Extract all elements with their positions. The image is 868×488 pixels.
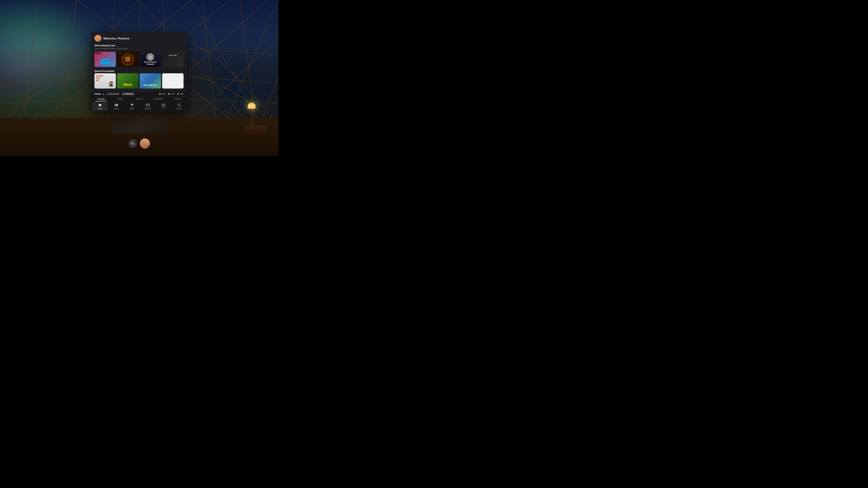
space-pirate-title: SPACE PIRATETRAINER <box>144 61 156 66</box>
battery-icon: 🔋 <box>177 93 179 95</box>
demo-badge-space-pirate: Demo <box>140 52 146 54</box>
rise-title: RISE THE <box>169 55 177 56</box>
game-card-superhot[interactable]: SUPERHOTVR 🥷 <box>94 73 116 89</box>
beat-saber-title: BEATSABER <box>100 59 111 65</box>
tab-navigate[interactable]: Navigate <box>91 97 111 101</box>
floor-rug <box>111 118 168 133</box>
battery-controller-value: 100% <box>180 93 184 95</box>
moss-title: Moss <box>123 83 132 87</box>
nav-icons: Home Library <box>91 101 187 112</box>
couch <box>244 125 267 135</box>
wifi-icon: ▲ <box>103 93 104 95</box>
roomscale-label: Roomscale <box>110 93 119 95</box>
svg-line-29 <box>180 105 181 106</box>
roomscale-icon: ⬡ <box>107 93 109 95</box>
home-icon <box>98 103 102 107</box>
controller-left-icon: 🖐 <box>159 93 161 95</box>
svg-rect-18 <box>115 104 116 106</box>
svg-point-28 <box>178 104 180 106</box>
header: Welcome, Florence <box>91 35 187 44</box>
nav-browser[interactable]: Browser <box>140 101 156 112</box>
battery-left-controller: 🖐 100% <box>159 93 166 95</box>
tab-sharing[interactable]: Sharing <box>130 97 149 101</box>
user-avatar-button[interactable] <box>140 139 150 148</box>
tab-people[interactable]: People <box>111 97 130 101</box>
library-label: Library <box>114 108 119 110</box>
floor <box>0 118 278 156</box>
main-panel: Welcome, Florence Start playing now Demo… <box>91 32 187 112</box>
nav-tv[interactable]: TV <box>156 101 171 112</box>
start-playing-section: Start playing now Demos already installe… <box>91 44 187 70</box>
welcome-text: Welcome, Florence <box>103 37 129 40</box>
nav-search[interactable]: Search <box>171 101 187 112</box>
game-card-wander[interactable]: WANDER <box>140 73 161 89</box>
game-card-moss[interactable]: Moss <box>117 73 138 89</box>
game-card-journey[interactable]: Demo JOURNEYOF THEGODS <box>117 52 138 67</box>
online-status-dot <box>147 146 149 148</box>
browser-icon <box>146 103 150 107</box>
svg-point-30 <box>131 142 133 144</box>
essentials-section: Quest Essentials SUPERHOTVR 🥷 Moss <box>91 70 187 91</box>
tv-icon <box>162 103 165 107</box>
start-playing-subtitle: Demos already installed on your Quest <box>91 48 187 52</box>
tab-notifications[interactable]: Notifications <box>149 97 168 101</box>
status-left: 9:25pm ▲ ⬡ Roomscale ◎ Stationary <box>94 93 134 95</box>
superhot-figure: 🥷 <box>108 81 114 87</box>
avatar-face <box>94 35 101 42</box>
game-card-other[interactable] <box>162 73 184 89</box>
svg-rect-23 <box>146 104 149 106</box>
status-bar: 9:25pm ▲ ⬡ Roomscale ◎ Stationary 🖐 100%… <box>91 91 187 97</box>
user-avatar-header <box>94 35 101 42</box>
add-friend-icon <box>131 142 134 145</box>
nav-library[interactable]: Library <box>108 101 124 112</box>
space-pirate-logo: 🤖 <box>147 53 154 61</box>
start-playing-title: Start playing now <box>91 44 187 48</box>
status-time: 9:25pm <box>94 93 101 95</box>
wander-title: WANDER <box>144 84 157 87</box>
game-card-beat-saber[interactable]: Demo BEATSABER <box>94 52 116 67</box>
game-card-space-pirate[interactable]: Demo 🤖 SPACE PIRATETRAINER <box>140 52 161 67</box>
browser-label: Browser <box>145 108 151 110</box>
demo-badge-journey: Demo <box>118 52 123 54</box>
battery-right-value: 100% <box>170 93 175 95</box>
add-friend-button[interactable] <box>128 139 137 148</box>
demo-badge-rise: Demo <box>163 52 168 54</box>
battery-headset: 🔋 100% <box>177 93 184 95</box>
stationary-chip[interactable]: ◎ Stationary <box>122 93 135 95</box>
battery-left-value: 100% <box>161 93 166 95</box>
battery-right-controller: 🖐 100% <box>168 93 175 95</box>
essentials-games-row: SUPERHOTVR 🥷 Moss WANDER <box>91 73 187 91</box>
nav-store[interactable]: Store <box>124 101 140 112</box>
content-area: Welcome, Florence Start playing now Demo… <box>91 32 187 91</box>
store-label: Store <box>130 108 134 110</box>
game-card-rise[interactable]: Demo RISE THE <box>162 52 184 67</box>
essentials-title: Quest Essentials <box>91 70 187 73</box>
stationary-icon: ◎ <box>123 93 125 95</box>
demo-games-row: Demo BEATSABER Demo JOURNEYOF THEGODS D <box>91 52 187 70</box>
svg-rect-20 <box>117 104 118 106</box>
stationary-label: Stationary <box>125 93 133 95</box>
taskbar: 9:25pm ▲ ⬡ Roomscale ◎ Stationary 🖐 100%… <box>91 91 187 112</box>
home-label: Home <box>98 108 102 110</box>
journey-title: JOURNEYOF THEGODS <box>124 57 131 62</box>
tab-settings[interactable]: Settings <box>168 97 187 101</box>
tv-label: TV <box>162 108 165 110</box>
search-icon <box>178 103 181 107</box>
svg-point-21 <box>131 106 132 106</box>
bottom-bar <box>128 139 150 148</box>
svg-point-22 <box>132 106 133 106</box>
search-label: Search <box>177 108 182 110</box>
roomscale-chip[interactable]: ⬡ Roomscale <box>106 93 120 95</box>
demo-badge-beat-saber: Demo <box>95 52 100 54</box>
store-icon <box>130 103 134 107</box>
controller-right-icon: 🖐 <box>168 93 170 95</box>
superhot-title: SUPERHOTVR <box>96 75 103 82</box>
nav-home[interactable]: Home <box>92 102 108 111</box>
nav-tabs: Navigate People Sharing Notifications Se… <box>91 97 187 101</box>
library-icon <box>115 103 118 107</box>
status-right: 🖐 100% 🖐 100% 🔋 100% <box>159 93 184 95</box>
svg-rect-19 <box>116 104 117 106</box>
